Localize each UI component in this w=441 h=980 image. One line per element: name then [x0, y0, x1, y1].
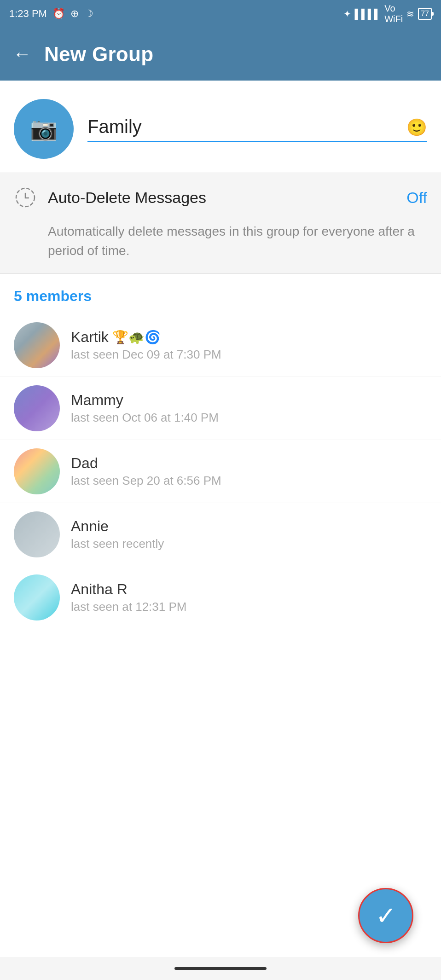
camera-icon: 📷: [30, 116, 58, 142]
avatar: [14, 448, 60, 494]
member-status: last seen at 12:31 PM: [71, 600, 427, 614]
bluetooth-icon: ✦: [343, 8, 351, 19]
member-status: last seen Dec 09 at 7:30 PM: [71, 348, 427, 362]
member-name: Annie: [71, 518, 427, 535]
member-info: Anitha R last seen at 12:31 PM: [71, 581, 427, 614]
auto-delete-section: Auto-Delete Messages Off Automatically d…: [0, 173, 441, 274]
auto-delete-value: Off: [406, 189, 427, 207]
status-time: 1:23 PM: [9, 8, 47, 20]
status-bar-left: 1:23 PM ⏰ ⊕ ☽: [9, 8, 93, 20]
group-avatar-button[interactable]: 📷: [14, 99, 74, 159]
members-section: 5 members Kartik 🏆🐢🌀 last seen Dec 09 at…: [0, 274, 441, 629]
wifi-icon: ≋: [406, 8, 414, 19]
check-icon: ✓: [376, 901, 396, 930]
avatar: [14, 322, 60, 368]
emoji-picker-button[interactable]: 🙂: [406, 118, 427, 137]
member-info: Annie last seen recently: [71, 518, 427, 551]
home-indicator: [174, 967, 267, 970]
list-item[interactable]: Anitha R last seen at 12:31 PM: [0, 566, 441, 629]
avatar: [14, 511, 60, 557]
auto-delete-row[interactable]: Auto-Delete Messages Off: [0, 173, 441, 222]
whatsapp-icon: ⊕: [70, 8, 79, 20]
avatar: [14, 385, 60, 431]
auto-delete-icon: [14, 186, 37, 209]
list-item[interactable]: Kartik 🏆🐢🌀 last seen Dec 09 at 7:30 PM: [0, 314, 441, 377]
member-name: Mammy: [71, 392, 427, 409]
status-bar-right: ✦ ▌▌▌▌ VoWiFi ≋ 77: [343, 3, 432, 24]
group-name-input-wrap: 🙂: [87, 116, 427, 142]
member-status: last seen Sep 20 at 6:56 PM: [71, 474, 427, 488]
confirm-button[interactable]: ✓: [358, 888, 413, 943]
fab-container: ✓: [358, 888, 413, 943]
auto-delete-description: Automatically delete messages in this gr…: [0, 222, 441, 273]
members-header: 5 members: [0, 288, 441, 314]
member-info: Kartik 🏆🐢🌀 last seen Dec 09 at 7:30 PM: [71, 329, 427, 362]
member-info: Dad last seen Sep 20 at 6:56 PM: [71, 455, 427, 488]
toolbar: ← New Group: [0, 28, 441, 81]
list-item[interactable]: Dad last seen Sep 20 at 6:56 PM: [0, 440, 441, 503]
member-status: last seen recently: [71, 537, 427, 551]
moon-icon: ☽: [84, 8, 93, 20]
status-bar: 1:23 PM ⏰ ⊕ ☽ ✦ ▌▌▌▌ VoWiFi ≋ 77: [0, 0, 441, 28]
member-info: Mammy last seen Oct 06 at 1:40 PM: [71, 392, 427, 425]
auto-delete-label: Auto-Delete Messages: [48, 189, 395, 207]
list-item[interactable]: Mammy last seen Oct 06 at 1:40 PM: [0, 377, 441, 440]
list-item[interactable]: Annie last seen recently: [0, 503, 441, 566]
page-title: New Group: [44, 43, 153, 66]
avatar: [14, 574, 60, 620]
member-name: Anitha R: [71, 581, 427, 598]
bottom-navigation-bar: [0, 957, 441, 980]
group-name-section: 📷 🙂: [0, 81, 441, 173]
member-name: Kartik 🏆🐢🌀: [71, 329, 427, 346]
battery-icon: 77: [418, 8, 432, 20]
alarm-icon: ⏰: [52, 8, 65, 20]
member-name: Dad: [71, 455, 427, 472]
member-emojis: 🏆🐢🌀: [112, 330, 161, 345]
back-button[interactable]: ←: [13, 44, 31, 64]
signal-icon: ▌▌▌▌: [355, 9, 381, 19]
group-name-input[interactable]: [87, 116, 427, 142]
vowifi-icon: VoWiFi: [384, 3, 403, 24]
member-status: last seen Oct 06 at 1:40 PM: [71, 411, 427, 425]
member-list: Kartik 🏆🐢🌀 last seen Dec 09 at 7:30 PM M…: [0, 314, 441, 629]
